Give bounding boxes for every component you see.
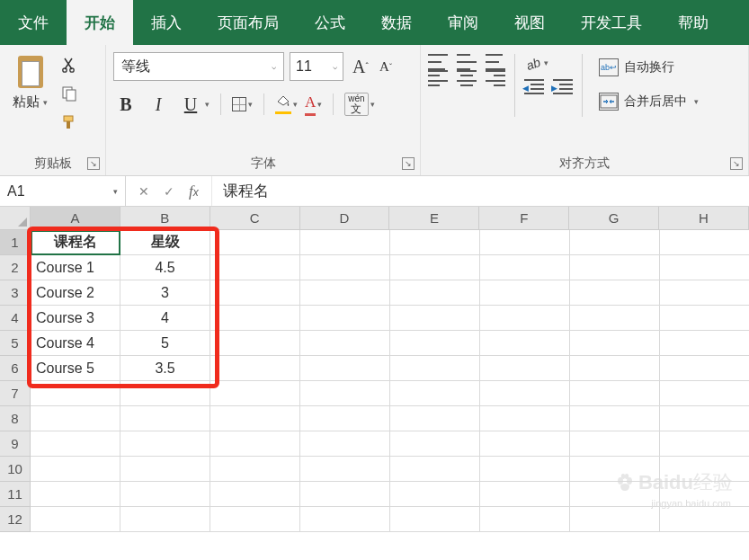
cell[interactable] (300, 356, 390, 381)
tab-review[interactable]: 审阅 (430, 0, 496, 45)
cell[interactable] (660, 406, 749, 431)
cell[interactable] (480, 457, 570, 482)
clipboard-dialog-launcher[interactable]: ↘ (87, 157, 100, 170)
cell[interactable] (570, 280, 660, 306)
cell[interactable] (210, 381, 300, 406)
cell[interactable] (390, 406, 480, 431)
cell[interactable] (300, 306, 390, 331)
cell[interactable] (480, 331, 570, 356)
cell-A6[interactable]: Course 5 (31, 356, 120, 381)
cell[interactable] (390, 230, 480, 255)
cell[interactable] (120, 482, 210, 507)
cell-B5[interactable]: 5 (120, 331, 210, 356)
cell-A5[interactable]: Course 4 (31, 331, 120, 356)
phonetic-button[interactable]: wén文▾ (344, 93, 374, 116)
align-middle-button[interactable] (457, 54, 477, 70)
accept-formula-button[interactable]: ✓ (164, 184, 174, 199)
font-color-button[interactable]: A▾ (305, 93, 322, 116)
tab-home[interactable]: 开始 (67, 0, 133, 45)
cell[interactable] (660, 381, 749, 406)
cell[interactable] (300, 280, 390, 306)
cell[interactable] (480, 230, 570, 255)
align-right-button[interactable] (486, 70, 505, 86)
cell[interactable] (300, 507, 390, 532)
cell[interactable] (390, 356, 480, 381)
cell[interactable] (390, 457, 480, 482)
cell[interactable] (480, 482, 570, 507)
cell[interactable] (210, 331, 300, 356)
cell[interactable] (31, 431, 120, 457)
cell-B1[interactable]: 星级 (120, 230, 210, 255)
cell[interactable] (31, 381, 120, 406)
cell[interactable] (570, 457, 660, 482)
cell[interactable] (210, 356, 300, 381)
align-bottom-button[interactable] (486, 54, 505, 70)
cell[interactable] (210, 457, 300, 482)
row-header[interactable]: 11 (0, 482, 31, 507)
cell[interactable] (570, 507, 660, 532)
cell-A1[interactable]: 课程名 (31, 230, 120, 255)
cell-B4[interactable]: 4 (120, 306, 210, 331)
cell[interactable] (570, 356, 660, 381)
tab-help[interactable]: 帮助 (660, 0, 727, 45)
font-dialog-launcher[interactable]: ↘ (402, 157, 415, 170)
cell-A3[interactable]: Course 2 (31, 280, 120, 306)
column-header-F[interactable]: F (479, 207, 569, 230)
tab-insert[interactable]: 插入 (133, 0, 200, 45)
row-header[interactable]: 6 (0, 356, 31, 381)
italic-button[interactable]: I (146, 92, 171, 117)
cell[interactable] (300, 457, 390, 482)
cell[interactable] (210, 280, 300, 306)
cell[interactable] (390, 331, 480, 356)
cell[interactable] (210, 230, 300, 255)
paste-button[interactable]: 粘贴▾ (7, 50, 53, 114)
cell[interactable] (660, 230, 749, 255)
cell[interactable] (31, 457, 120, 482)
cell[interactable] (480, 381, 570, 406)
tab-data[interactable]: 数据 (363, 0, 430, 45)
cell[interactable] (300, 230, 390, 255)
cell[interactable] (660, 507, 749, 532)
cell[interactable] (31, 482, 120, 507)
cell[interactable] (120, 457, 210, 482)
row-header[interactable]: 2 (0, 255, 31, 280)
orientation-button[interactable]: ab▾ (524, 54, 573, 72)
column-header-C[interactable]: C (210, 207, 300, 230)
decrease-indent-button[interactable]: ◀ (524, 79, 544, 95)
cell[interactable] (660, 482, 749, 507)
cell[interactable] (660, 431, 749, 457)
cell[interactable] (480, 507, 570, 532)
cell[interactable] (300, 331, 390, 356)
wrap-text-button[interactable]: ab↩ 自动换行 (599, 54, 699, 81)
tab-formulas[interactable]: 公式 (297, 0, 363, 45)
cell[interactable] (120, 381, 210, 406)
cell[interactable] (210, 507, 300, 532)
cell[interactable] (300, 255, 390, 280)
cell-B6[interactable]: 3.5 (120, 356, 210, 381)
cell[interactable] (210, 482, 300, 507)
column-header-G[interactable]: G (569, 207, 659, 230)
cut-button[interactable] (58, 54, 80, 76)
cell[interactable] (570, 482, 660, 507)
font-size-select[interactable]: 11 ⌵ (290, 52, 343, 81)
cell[interactable] (31, 507, 120, 532)
cell[interactable] (570, 230, 660, 255)
cell-B3[interactable]: 3 (120, 280, 210, 306)
select-all-button[interactable] (0, 207, 31, 230)
cell[interactable] (300, 431, 390, 457)
cell[interactable] (31, 406, 120, 431)
cell[interactable] (390, 507, 480, 532)
cancel-formula-button[interactable]: ✕ (138, 184, 149, 199)
cell[interactable] (300, 406, 390, 431)
cell[interactable] (570, 255, 660, 280)
cell[interactable] (300, 381, 390, 406)
cell[interactable] (660, 331, 749, 356)
cell[interactable] (480, 280, 570, 306)
cell[interactable] (120, 406, 210, 431)
font-name-select[interactable]: 等线 ⌵ (113, 52, 284, 81)
row-header[interactable]: 12 (0, 507, 31, 532)
cell[interactable] (390, 280, 480, 306)
cell[interactable] (210, 406, 300, 431)
cell[interactable] (480, 406, 570, 431)
name-box[interactable]: A1 ▾ (0, 176, 126, 206)
